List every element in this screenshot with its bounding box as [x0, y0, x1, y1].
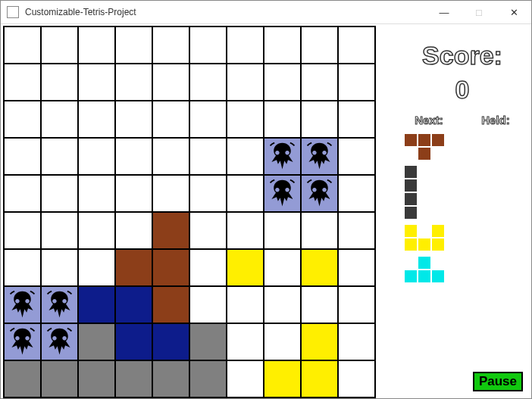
cell-7-5	[189, 286, 227, 323]
cell-6-2	[78, 249, 115, 286]
cell-9-7	[264, 360, 301, 397]
cell-3-6	[227, 138, 264, 175]
cell-6-1	[41, 249, 78, 286]
cell-0-3	[115, 26, 152, 64]
skull-icon	[5, 324, 40, 360]
svg-rect-9	[432, 225, 444, 237]
app-window: Customizable-Tetris-Project ― □ ✕ Score:…	[0, 0, 532, 399]
cell-7-7	[264, 286, 301, 323]
next-label: Next:	[415, 114, 443, 126]
svg-rect-13	[418, 257, 430, 269]
cell-5-5	[189, 212, 227, 249]
skull-icon	[264, 176, 300, 211]
cell-2-7	[264, 101, 301, 138]
cell-1-8	[301, 64, 338, 101]
cell-1-7	[264, 64, 301, 101]
cell-9-8	[301, 360, 338, 397]
cell-7-9	[338, 286, 375, 323]
cell-6-9	[338, 249, 375, 286]
cell-0-9	[338, 26, 375, 64]
cell-1-1	[41, 64, 78, 101]
cell-6-4	[152, 249, 189, 286]
svg-rect-6	[405, 193, 417, 205]
cell-2-8	[301, 101, 338, 138]
svg-rect-2	[432, 134, 444, 146]
cell-1-9	[338, 64, 375, 101]
maximize-button[interactable]: □	[462, 1, 496, 23]
cell-6-0	[4, 249, 41, 286]
cell-4-7	[264, 175, 301, 212]
svg-rect-16	[432, 270, 444, 282]
cell-9-2	[78, 360, 115, 397]
svg-rect-15	[418, 270, 430, 282]
cell-8-0	[4, 323, 41, 360]
cell-3-9	[338, 138, 375, 175]
cell-4-6	[227, 175, 264, 212]
cell-2-3	[115, 101, 152, 138]
pause-button[interactable]: Pause	[473, 372, 523, 391]
cell-0-7	[264, 26, 301, 64]
cell-7-0	[4, 286, 41, 323]
cell-5-6	[227, 212, 264, 249]
cell-8-8	[301, 323, 338, 360]
cell-2-1	[41, 101, 78, 138]
cell-5-3	[115, 212, 152, 249]
cell-2-0	[4, 101, 41, 138]
cell-9-0	[4, 360, 41, 397]
skull-icon	[302, 139, 337, 174]
window-title: Customizable-Tetris-Project	[25, 7, 427, 17]
cell-3-4	[152, 138, 189, 175]
cell-6-7	[264, 249, 301, 286]
cell-3-3	[115, 138, 152, 175]
cell-9-4	[152, 360, 189, 397]
cell-4-5	[189, 175, 227, 212]
skull-icon	[302, 176, 337, 211]
next-piece-1	[405, 166, 529, 219]
close-button[interactable]: ✕	[496, 1, 531, 23]
cell-2-9	[338, 101, 375, 138]
cell-3-5	[189, 138, 227, 175]
next-piece-2	[405, 225, 529, 251]
cell-7-2	[78, 286, 115, 323]
score-value: 0	[396, 75, 529, 104]
cell-4-3	[115, 175, 152, 212]
client-area: Score: 0 Next: Held: Pause	[2, 24, 530, 397]
cell-6-3	[115, 249, 152, 286]
cell-3-0	[4, 138, 41, 175]
cell-2-2	[78, 101, 115, 138]
cell-2-5	[189, 101, 227, 138]
cell-9-6	[227, 360, 264, 397]
svg-rect-7	[405, 207, 417, 219]
held-label: Held:	[481, 114, 510, 126]
cell-0-1	[41, 26, 78, 64]
cell-5-8	[301, 212, 338, 249]
svg-rect-5	[405, 179, 417, 192]
score-label: Score:	[396, 41, 529, 70]
sidebar: Score: 0 Next: Held: Pause	[396, 26, 529, 396]
cell-0-6	[227, 26, 264, 64]
svg-rect-10	[405, 238, 417, 251]
cell-4-0	[4, 175, 41, 212]
cell-8-7	[264, 323, 301, 360]
next-queue	[405, 134, 529, 282]
cell-9-9	[338, 360, 375, 397]
cell-3-8	[301, 138, 338, 175]
skull-icon	[5, 287, 40, 323]
game-board[interactable]	[3, 26, 376, 398]
cell-5-7	[264, 212, 301, 249]
cell-9-5	[189, 360, 227, 397]
cell-2-6	[227, 101, 264, 138]
cell-8-3	[115, 323, 152, 360]
svg-rect-11	[418, 238, 430, 251]
skull-icon	[42, 324, 77, 360]
svg-rect-14	[405, 270, 417, 282]
cell-8-6	[227, 323, 264, 360]
cell-4-2	[78, 175, 115, 212]
cell-1-3	[115, 64, 152, 101]
cell-5-1	[41, 212, 78, 249]
minimize-button[interactable]: ―	[427, 1, 462, 23]
cell-9-1	[41, 360, 78, 397]
cell-5-0	[4, 212, 41, 249]
cell-5-4	[152, 212, 189, 249]
cell-8-4	[152, 323, 189, 360]
